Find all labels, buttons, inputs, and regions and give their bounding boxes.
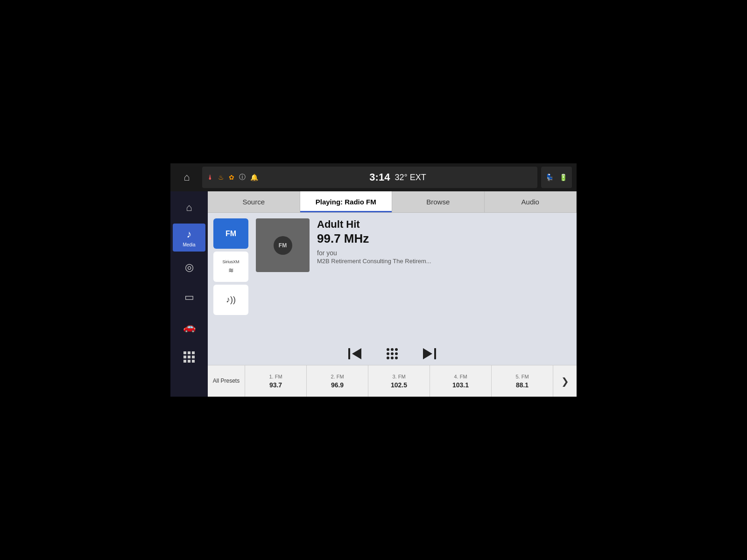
home-icon: ⌂ — [186, 202, 192, 214]
temperature: 32° EXT — [395, 173, 426, 182]
time-temp-display: 3:14 32° EXT — [369, 171, 426, 183]
temp-indicator-icon: 🌡 — [207, 174, 213, 181]
bluetooth-music-icon: ♪)) — [226, 295, 236, 305]
bluetooth-audio-source-button[interactable]: ♪)) — [213, 285, 248, 315]
station-ad-text: M2B Retirement Consulting The Retirem... — [317, 258, 571, 265]
next-button[interactable] — [421, 346, 436, 361]
seat-heat-icon: ♨ — [218, 174, 224, 181]
preset-2-num: 2. FM — [331, 374, 344, 379]
sidebar-item-apps[interactable] — [173, 343, 205, 371]
station-info: Adult Hit 99.7 MHz for you M2B Retiremen… — [317, 218, 571, 335]
svg-marker-1 — [352, 348, 361, 359]
sidebar-media-label: Media — [183, 242, 195, 247]
grid-dots-icon — [387, 348, 398, 359]
battery-icon: 🔋 — [559, 174, 567, 181]
status-icons-left: 🌡 ♨ ✿ ⓘ 🔔 3:14 32° EXT — [202, 167, 537, 188]
preset-5-num: 5. FM — [515, 374, 529, 379]
grid-view-button[interactable] — [387, 348, 398, 359]
sidebar-item-navigation[interactable]: ◎ — [173, 253, 205, 281]
preset-3-freq: 102.5 — [391, 381, 407, 389]
preset-4-num: 4. FM — [454, 374, 467, 379]
home-button[interactable]: ⌂ — [175, 166, 198, 189]
tab-audio[interactable]: Audio — [485, 191, 577, 212]
station-frequency: 99.7 MHz — [317, 231, 571, 246]
info-icon: ⓘ — [239, 173, 246, 182]
preset-3[interactable]: 3. FM 102.5 — [368, 365, 430, 397]
tab-browse[interactable]: Browse — [392, 191, 485, 212]
preset-5-freq: 88.1 — [516, 381, 529, 389]
steering-heat-icon: ✿ — [229, 174, 234, 181]
siriusxm-icon: ≋ — [228, 266, 234, 274]
preset-4-freq: 103.1 — [452, 381, 469, 389]
preset-1-num: 1. FM — [269, 374, 282, 379]
tab-playing[interactable]: Playing: Radio FM — [300, 191, 393, 212]
sidebar-item-phone[interactable]: ▭ — [173, 283, 205, 311]
playback-controls — [208, 341, 577, 365]
svg-rect-3 — [434, 348, 436, 359]
station-genre: Adult Hit — [317, 218, 571, 231]
tab-source[interactable]: Source — [208, 191, 300, 212]
seat-icon: 💺 — [546, 174, 554, 181]
preset-1-freq: 93.7 — [269, 381, 282, 389]
presets-next-button[interactable]: ❯ — [553, 365, 577, 397]
presets-bar: All Presets 1. FM 93.7 2. FM 96.9 3. FM … — [208, 365, 577, 397]
apps-grid-icon — [183, 351, 195, 363]
phone-icon: ▭ — [184, 291, 194, 303]
preset-1[interactable]: 1. FM 93.7 — [245, 365, 307, 397]
preset-2[interactable]: 2. FM 96.9 — [307, 365, 368, 397]
status-icons-right: 💺 🔋 — [541, 167, 572, 188]
media-content: FM SiriusXM ≋ ♪)) FM — [208, 213, 577, 397]
preset-3-num: 3. FM — [392, 374, 405, 379]
svg-marker-2 — [423, 348, 432, 359]
album-art: FM — [256, 218, 310, 272]
siriusxm-source-button[interactable]: SiriusXM ≋ — [213, 252, 248, 282]
status-bar: ⌂ 🌡 ♨ ✿ ⓘ 🔔 3:14 32° EXT 💺 🔋 — [170, 163, 577, 191]
sidebar-item-media[interactable]: ♪ Media — [173, 224, 205, 252]
car-icon: 🚗 — [183, 321, 196, 333]
music-icon: ♪ — [187, 228, 192, 240]
station-for-you: for you — [317, 249, 571, 257]
fm-label: FM — [226, 230, 236, 238]
preset-2-freq: 96.9 — [331, 381, 344, 389]
sidebar-item-home[interactable]: ⌂ — [173, 194, 205, 222]
nav-icon: ◎ — [185, 261, 194, 273]
preset-4[interactable]: 4. FM 103.1 — [430, 365, 492, 397]
svg-rect-0 — [348, 348, 350, 359]
content-panel: Source Playing: Radio FM Browse Audio — [208, 191, 577, 397]
tab-bar: Source Playing: Radio FM Browse Audio — [208, 191, 577, 213]
clock: 3:14 — [369, 171, 390, 183]
previous-button[interactable] — [348, 346, 363, 361]
album-art-fm-badge: FM — [274, 236, 292, 255]
sidebar: ⌂ ♪ Media ◎ ▭ 🚗 — [170, 191, 208, 397]
now-playing-area: FM SiriusXM ≋ ♪)) FM — [208, 213, 577, 341]
all-presets-button[interactable]: All Presets — [208, 365, 245, 397]
fm-source-button[interactable]: FM — [213, 218, 248, 249]
main-area: ⌂ ♪ Media ◎ ▭ 🚗 — [170, 191, 577, 397]
sidebar-item-car[interactable]: 🚗 — [173, 313, 205, 341]
bell-icon: 🔔 — [250, 174, 258, 181]
source-buttons: FM SiriusXM ≋ ♪)) — [213, 218, 248, 335]
siriusxm-label: SiriusXM — [222, 259, 239, 265]
preset-5[interactable]: 5. FM 88.1 — [492, 365, 553, 397]
